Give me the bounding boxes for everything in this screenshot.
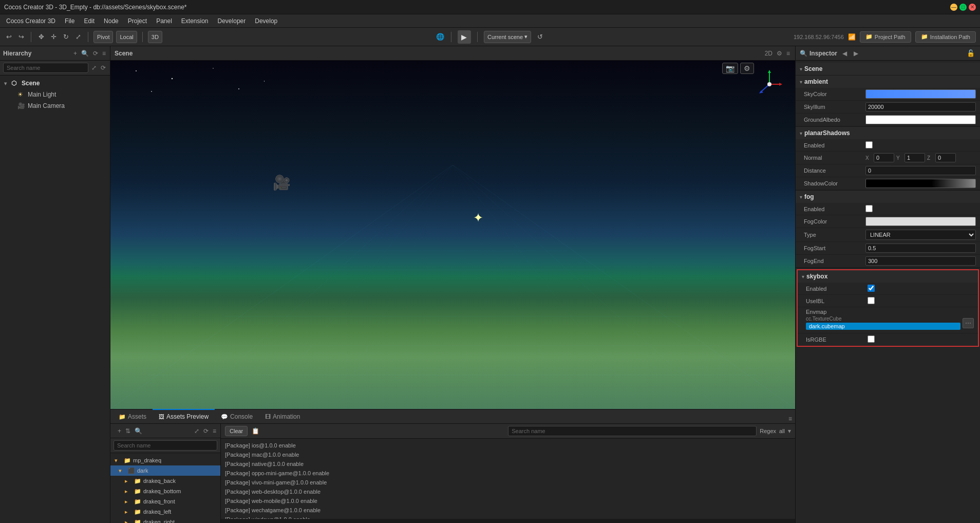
- installation-path-btn[interactable]: 📁 Installation Path: [915, 31, 976, 43]
- fog-section-header[interactable]: ▾ fog: [796, 191, 980, 203]
- shadowcolor-swatch[interactable]: [865, 179, 976, 188]
- file-item-mp-drakeq-root[interactable]: ▾ 📁 mp_drakeq: [110, 455, 220, 465]
- drakeq-back-label: drakeq_back: [143, 478, 176, 484]
- menu-developer[interactable]: Developer: [214, 16, 250, 26]
- skybox-isrgbe-checkbox[interactable]: [868, 335, 875, 343]
- shadows-enabled-checkbox[interactable]: [865, 141, 873, 148]
- local-btn[interactable]: Local: [116, 31, 137, 43]
- scene-viewport[interactable]: 🎥 ✦: [110, 61, 795, 409]
- inspector-forward-btn[interactable]: ▶: [851, 48, 861, 59]
- hierarchy-item-mainlight[interactable]: ☀ Main Light: [0, 89, 110, 100]
- inspector-lock-btn[interactable]: 🔓: [966, 48, 976, 58]
- hierarchy-search-input[interactable]: [3, 63, 88, 73]
- project-path-btn[interactable]: 📁 Project Path: [860, 31, 911, 43]
- planarshadows-section-header[interactable]: ▾ planarShadows: [796, 127, 980, 139]
- clear-btn[interactable]: Clear: [225, 426, 248, 436]
- hierarchy-item-scene[interactable]: ▾ ⬡ Scene: [0, 78, 110, 89]
- assets-refresh-btn[interactable]: ⟳: [202, 426, 210, 436]
- file-item-drakeq-back[interactable]: ▸ 📁 drakeq_back: [110, 476, 220, 486]
- file-item-drakeq-right[interactable]: ▸ 📁 drakeq_right: [110, 517, 220, 523]
- hierarchy-more-btn[interactable]: ≡: [101, 49, 107, 58]
- bottom-scrollbar[interactable]: [221, 519, 795, 523]
- scene-gizmo[interactable]: [754, 69, 785, 100]
- file-item-drakeq-front[interactable]: ▸ 📁 drakeq_front: [110, 496, 220, 507]
- assets-search2-btn[interactable]: 🔍: [134, 426, 143, 436]
- menu-project[interactable]: Project: [124, 16, 151, 26]
- tab-assets-preview[interactable]: 🖼 Assets Preview: [153, 409, 215, 423]
- ambient-section-header[interactable]: ▾ ambient: [796, 76, 980, 88]
- play-btn[interactable]: ▶: [458, 30, 471, 44]
- menu-cocos[interactable]: Cocos Creator 3D: [2, 16, 60, 26]
- skybox-enabled-checkbox[interactable]: [868, 285, 875, 292]
- assets-search-input[interactable]: [114, 440, 217, 451]
- scene-section-header[interactable]: ▾ Scene: [796, 63, 980, 75]
- hierarchy-add-btn[interactable]: +: [72, 49, 78, 58]
- shadowcolor-value[interactable]: [865, 179, 976, 188]
- groundalbedo-value[interactable]: [865, 115, 976, 124]
- menu-develop[interactable]: Develop: [251, 16, 281, 26]
- shadows-distance-input[interactable]: [865, 166, 976, 175]
- hierarchy-search-btn[interactable]: 🔍: [80, 49, 90, 58]
- scene-camera-2d-btn[interactable]: 2D: [764, 49, 774, 58]
- envmap-asset-value[interactable]: dark.cubemap: [806, 323, 960, 330]
- minimize-btn[interactable]: —: [950, 4, 957, 11]
- mode-3d-btn[interactable]: 3D: [148, 31, 162, 43]
- current-scene-btn[interactable]: Current scene ▾: [484, 31, 531, 43]
- assets-add-btn[interactable]: +: [117, 426, 122, 436]
- inspector-back-btn[interactable]: ◀: [839, 48, 850, 59]
- groundalbedo-swatch[interactable]: [865, 115, 976, 124]
- skybox-section-header[interactable]: ▾ skybox: [798, 270, 978, 283]
- refresh-btn[interactable]: ↺: [535, 32, 544, 42]
- scene-settings-btn[interactable]: ⚙: [776, 49, 783, 58]
- copy-btn[interactable]: 📋: [251, 426, 260, 436]
- pivot-btn[interactable]: Pivot: [93, 31, 113, 43]
- assets-filter-btn[interactable]: ⇅: [124, 426, 131, 436]
- fog-type-select[interactable]: LINEAR EXP EXP_SQUARED: [865, 230, 976, 240]
- normal-z-input[interactable]: [935, 153, 956, 162]
- hierarchy-expand-btn[interactable]: ⤢: [90, 63, 98, 72]
- hierarchy-refresh-btn[interactable]: ⟳: [92, 49, 99, 58]
- normal-y-input[interactable]: [904, 153, 925, 162]
- menu-edit[interactable]: Edit: [80, 16, 99, 26]
- bottom-panel-more-btn[interactable]: ≡: [787, 414, 793, 423]
- fog-enabled-checkbox[interactable]: [865, 205, 873, 212]
- hierarchy-item-maincamera[interactable]: 🎥 Main Camera: [0, 100, 110, 111]
- skybox-useibl-checkbox[interactable]: [868, 297, 875, 304]
- file-item-drakeq-left[interactable]: ▸ 📁 drakeq_left: [110, 507, 220, 517]
- menu-file[interactable]: File: [61, 16, 79, 26]
- maximize-btn[interactable]: □: [959, 4, 967, 11]
- scene-settings-overlay-btn[interactable]: ⚙: [740, 63, 754, 74]
- undo-btn[interactable]: ↩: [4, 32, 13, 42]
- redo-btn[interactable]: ↪: [16, 32, 26, 42]
- fogcolor-value[interactable]: [865, 217, 976, 226]
- menu-panel[interactable]: Panel: [152, 16, 176, 26]
- scene-more-btn[interactable]: ≡: [785, 49, 791, 58]
- menu-extension[interactable]: Extension: [177, 16, 213, 26]
- assets-more-btn[interactable]: ≡: [212, 426, 217, 436]
- globe-icon[interactable]: 🌐: [436, 32, 445, 42]
- scene-cam-btn[interactable]: 📷: [722, 63, 738, 74]
- normal-x-input[interactable]: [874, 153, 894, 162]
- assets-expand-btn[interactable]: ⤢: [193, 426, 200, 436]
- tab-assets[interactable]: 📁 Assets: [112, 409, 153, 423]
- file-item-drakeq-bottom[interactable]: ▸ 📁 drakeq_bottom: [110, 486, 220, 496]
- fogend-input[interactable]: [865, 256, 976, 266]
- rotate-tool[interactable]: ↻: [61, 32, 70, 42]
- move-tool[interactable]: ✛: [49, 32, 58, 42]
- scene-camera-icon[interactable]: 🎥: [273, 174, 291, 191]
- file-item-dark[interactable]: ▾ ⬛ dark: [110, 465, 220, 476]
- hand-tool[interactable]: ✥: [36, 32, 46, 42]
- console-search-input[interactable]: [508, 426, 757, 436]
- fogstart-input[interactable]: [865, 244, 976, 253]
- scale-tool[interactable]: ⤢: [73, 32, 83, 42]
- envmap-browse-btn[interactable]: ⋯: [963, 318, 974, 328]
- tab-animation[interactable]: 🎞 Animation: [259, 409, 306, 423]
- skyillum-input[interactable]: [865, 102, 976, 111]
- close-btn[interactable]: ✕: [969, 4, 976, 11]
- skycolor-swatch[interactable]: [865, 89, 976, 99]
- hierarchy-collapse-btn[interactable]: ⟳: [100, 63, 107, 72]
- tab-console[interactable]: 💬 Console: [215, 409, 259, 423]
- fogcolor-swatch[interactable]: [865, 217, 976, 226]
- menu-node[interactable]: Node: [100, 16, 123, 26]
- skycolor-value[interactable]: [865, 89, 976, 99]
